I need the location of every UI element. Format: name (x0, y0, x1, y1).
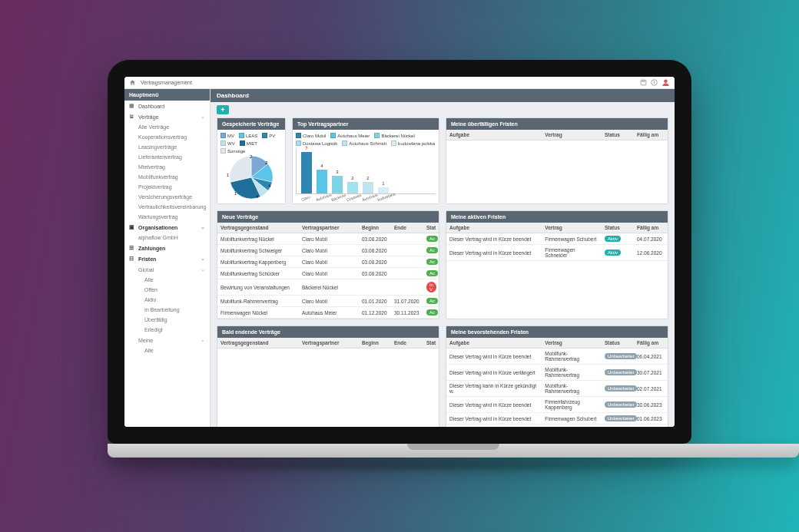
table-row[interactable]: Mobilfunkvertrag SchweigerClaro Mobil03.… (217, 245, 439, 256)
table-row[interactable]: Bewirtung von VeranstaltungenBäckerei Nü… (217, 279, 439, 296)
sidebar-item[interactable]: Lieferantenvertrag (124, 152, 210, 162)
svg-rect-1 (642, 81, 645, 81)
doc-icon: 🗎 (129, 114, 135, 120)
sidebar-nav: ▦Dashboard🗎Verträge⌄Alle VerträgeKoopera… (124, 101, 210, 427)
table-row[interactable]: Dieser Vertrag wird in Kürze beendetFirm… (446, 245, 668, 261)
panel-new-contracts: Neue Verträge Vertragsgegenstand Vertrag… (217, 210, 439, 319)
status-badge: Aktiv (605, 236, 621, 242)
table-row[interactable]: Dieser Vertrag wird in Kürze beendetFirm… (446, 413, 668, 425)
panel-header: Bald endende Verträge (217, 326, 439, 338)
sidebar-item[interactable]: Erledigt (124, 325, 210, 335)
sidebar-item[interactable]: Überfällig (124, 315, 210, 325)
screen-bezel: Vertragsmanagement i Hauptmenü ▦Dashboar… (108, 60, 691, 444)
bar-value: 2 (351, 176, 353, 180)
status-badge: Ac (426, 270, 438, 276)
bar-value: 7 (305, 146, 307, 150)
laptop-frame: Vertragsmanagement i Hauptmenü ▦Dashboar… (108, 60, 691, 471)
sidebar-item[interactable]: Kooperationsvertrag (124, 132, 210, 142)
sidebar-item[interactable]: Alle Verträge (124, 122, 210, 132)
sidebar-item[interactable]: Wartungsvertrag (124, 212, 210, 222)
sidebar-item[interactable]: ▣Organisationen⌄ (124, 222, 210, 233)
topbar: Vertragsmanagement i (124, 77, 675, 89)
sidebar-item[interactable]: In Bearbeitung (124, 305, 210, 315)
table-row[interactable]: Dieser Vertrag wird in Kürze beendetMobi… (446, 349, 668, 365)
panel-ending-contracts: Bald endende Verträge Vertragsgegenstand… (217, 325, 439, 427)
table-row[interactable]: Mobilfunkvertrag SchückerClaro Mobil03.0… (217, 268, 439, 279)
status-badge: Ac (426, 259, 438, 265)
status-badge: Unbearbeitet (605, 385, 637, 392)
status-badge: Unbearbeitet (605, 353, 637, 359)
panel-top-partners: Top Vertragspartner Claro MobilAutohaus … (292, 117, 439, 204)
pie-chart: 2 2 1 1 4 4 (230, 156, 273, 199)
sidebar-item[interactable]: Alle (124, 345, 210, 355)
user-avatar-icon[interactable] (661, 78, 670, 87)
panel-saved-contracts: Gespeicherte Verträge MVLEASPVWVMIETSons… (217, 117, 286, 204)
sidebar-item-label: Global (138, 267, 154, 273)
sidebar-item[interactable]: Projektvertrag (124, 182, 210, 192)
home-icon[interactable] (129, 79, 136, 86)
table-row[interactable]: Dieser Vertrag wird in Kürze beendetFirm… (446, 425, 668, 427)
chevron-down-icon: ⌄ (201, 224, 205, 230)
bar-xlabel: Bäckerei (330, 194, 342, 202)
panel-header: Gespeicherte Verträge (217, 118, 285, 130)
legend-swatch (239, 133, 244, 138)
sidebar-item[interactable]: Alle (124, 275, 210, 285)
app-screen: Vertragsmanagement i Hauptmenü ▦Dashboar… (124, 77, 675, 427)
bar: 3 (332, 176, 343, 193)
legend-swatch (220, 133, 226, 138)
sidebar-item[interactable]: Leasingverträge (124, 142, 210, 152)
add-button[interactable]: + (217, 105, 229, 114)
table-row[interactable]: Mobilfunkvertrag NückelClaro Mobil03.08.… (217, 233, 439, 245)
sidebar-item[interactable]: Vertraulichkeitsvereinbarung (124, 202, 210, 212)
bar: 1 (378, 187, 389, 193)
svg-point-4 (664, 79, 668, 83)
status-badge: Unbearbeitet (605, 415, 637, 421)
panel-upcoming-deadlines: Meine bevorstehenden Fristen Aufgabe Ver… (446, 325, 668, 427)
legend-swatch (220, 148, 226, 154)
legend-label: Autohaus Meier (337, 134, 370, 138)
legend-swatch (220, 140, 226, 146)
sidebar-item-label: Projektvertrag (138, 184, 172, 190)
sidebar-item[interactable]: Aktiv (124, 295, 210, 305)
sidebar-item[interactable]: Mietvertrag (124, 162, 210, 172)
legend-swatch (374, 133, 380, 138)
sidebar-item[interactable]: Mobilfunkvertrag (124, 172, 210, 182)
sidebar-item[interactable]: Offen (124, 285, 210, 295)
table-row[interactable]: Firmenwagen NückelAutohaus Meier01.12.20… (217, 307, 439, 319)
sidebar-item-label: alphaflow GmbH (138, 235, 178, 240)
help-icon[interactable]: i (651, 79, 658, 86)
table-row[interactable]: Mobilfunkvertrag KappenbergClaro Mobil03… (217, 256, 439, 268)
bar-value: 3 (336, 170, 338, 174)
status-badge: Ac (426, 298, 438, 304)
legend-label: MIET (247, 141, 257, 146)
svg-text:i: i (654, 80, 655, 84)
table-row[interactable]: Dieser Vertrag wird in Kürze beendetFirm… (446, 233, 668, 245)
sidebar-item[interactable]: Global⌄ (124, 264, 210, 275)
table-row[interactable]: Dieser Vertrag kann in Kürze gekündigt w… (446, 381, 668, 397)
legend-label: MV (227, 134, 234, 138)
sidebar-item-label: Alle (144, 277, 154, 283)
sidebar-item[interactable]: Versicherungsverträge (124, 192, 210, 202)
sidebar-item[interactable]: 🗎Verträge⌄ (124, 111, 210, 122)
table-row[interactable]: Dieser Vertrag wird in Kürze beendetFirm… (446, 397, 668, 413)
sidebar-item-label: Verträge (138, 114, 158, 120)
sidebar-item-label: Offen (144, 287, 157, 292)
panel-active-deadlines: Meine aktiven Fristen Aufgabe Vertrag St… (446, 210, 668, 319)
table-row[interactable]: Mobilfunk-RahmenvertragClaro Mobil01.01.… (217, 296, 439, 307)
windows-icon[interactable] (640, 79, 647, 86)
bar: 2 (363, 182, 373, 193)
status-badge: Unbearbeitet (605, 401, 637, 408)
sidebar-item-label: Alle (144, 348, 154, 353)
sidebar-item[interactable]: alphaflow GmbH (124, 233, 210, 243)
sidebar-item-label: Erledigt (144, 327, 163, 332)
chevron-down-icon: ⌄ (201, 114, 205, 120)
panel-header: Meine aktiven Fristen (446, 211, 668, 223)
sidebar-item[interactable]: ☰Zahlungen (124, 243, 210, 253)
legend-swatch (330, 133, 336, 138)
sidebar-item[interactable]: ▦Dashboard (124, 101, 210, 111)
sidebar-item[interactable]: ☷Fristen⌄ (124, 253, 210, 264)
sidebar-item[interactable]: Meine⌄ (124, 335, 210, 345)
table-row[interactable]: Dieser Vertrag wird in Kürze verlängertM… (446, 365, 668, 381)
legend-swatch (296, 133, 301, 138)
sidebar-item-label: Organisationen (138, 225, 177, 230)
